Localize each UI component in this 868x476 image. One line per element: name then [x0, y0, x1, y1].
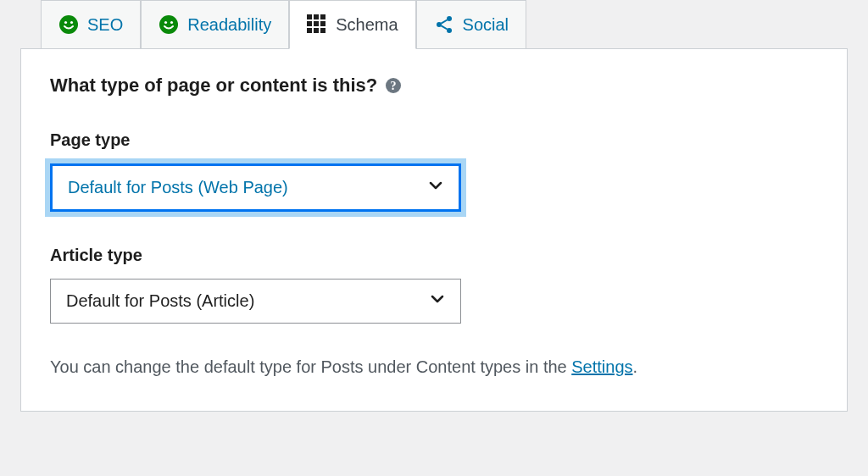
svg-rect-14: [320, 28, 326, 33]
svg-rect-12: [307, 28, 312, 33]
tab-bar: SEO Readability Schema Social: [41, 0, 848, 49]
svg-text:?: ?: [391, 80, 397, 92]
svg-point-17: [447, 28, 452, 33]
svg-point-4: [164, 21, 167, 24]
svg-rect-8: [320, 14, 326, 19]
svg-rect-6: [307, 14, 312, 19]
svg-rect-7: [314, 14, 319, 19]
help-icon[interactable]: ?: [384, 76, 403, 95]
article-type-value: Default for Posts (Article): [66, 291, 254, 311]
tab-readability[interactable]: Readability: [141, 0, 289, 49]
chevron-down-icon: [428, 178, 443, 197]
smiley-icon: [58, 14, 79, 35]
tab-social[interactable]: Social: [416, 0, 526, 49]
article-type-select-wrap: Default for Posts (Article): [50, 279, 461, 324]
tab-label: SEO: [87, 15, 123, 35]
svg-point-0: [59, 15, 78, 34]
svg-point-5: [170, 21, 173, 24]
svg-point-3: [159, 15, 178, 34]
svg-line-19: [441, 25, 447, 29]
svg-rect-9: [307, 21, 312, 26]
schema-panel: What type of page or content is this? ? …: [20, 48, 848, 412]
footer-suffix: .: [633, 357, 638, 376]
article-type-label: Article type: [50, 246, 818, 265]
smiley-icon: [159, 14, 179, 35]
page-type-select[interactable]: Default for Posts (Web Page): [50, 163, 461, 212]
chevron-down-icon: [430, 291, 445, 311]
article-type-select[interactable]: Default for Posts (Article): [50, 279, 461, 324]
heading-row: What type of page or content is this? ?: [50, 75, 818, 97]
svg-point-16: [447, 16, 452, 21]
settings-link[interactable]: Settings: [571, 357, 632, 376]
page-type-value: Default for Posts (Web Page): [68, 178, 288, 197]
grid-icon: [307, 14, 327, 35]
svg-line-18: [441, 20, 447, 24]
footer-text: You can change the default type for Post…: [50, 357, 818, 377]
svg-point-1: [64, 21, 67, 24]
share-icon: [434, 14, 454, 35]
svg-point-2: [70, 21, 73, 24]
tab-label: Schema: [336, 15, 398, 35]
tab-seo[interactable]: SEO: [41, 0, 141, 49]
panel-heading: What type of page or content is this?: [50, 75, 377, 97]
svg-rect-13: [314, 28, 319, 33]
tab-schema[interactable]: Schema: [289, 0, 415, 49]
footer-prefix: You can change the default type for Post…: [50, 357, 571, 376]
page-type-label: Page type: [50, 130, 818, 150]
svg-rect-11: [320, 21, 326, 26]
page-type-select-wrap: Default for Posts (Web Page): [50, 163, 461, 212]
tab-label: Social: [463, 15, 509, 35]
svg-rect-10: [314, 21, 319, 26]
tab-label: Readability: [187, 15, 271, 35]
